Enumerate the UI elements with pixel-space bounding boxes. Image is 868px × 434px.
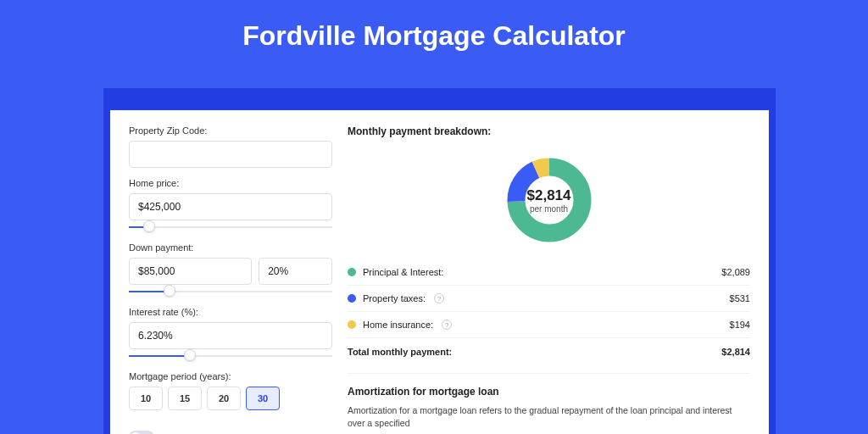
- breakdown-column: Monthly payment breakdown: $2,814 per mo…: [348, 125, 750, 434]
- interest-rate-label: Interest rate (%):: [129, 307, 332, 317]
- payment-donut-chart: $2,814 per month: [498, 149, 600, 251]
- period-button-30[interactable]: 30: [246, 387, 280, 410]
- legend-value: $194: [730, 320, 750, 330]
- home-price-label: Home price:: [129, 178, 332, 188]
- calculator-card: Property Zip Code: Home price: Down paym…: [110, 110, 769, 434]
- period-button-15[interactable]: 15: [168, 387, 202, 410]
- mortgage-period-group: 10152030: [129, 387, 332, 410]
- veteran-toggle[interactable]: [129, 431, 154, 434]
- amortization-text: Amortization for a mortgage loan refers …: [348, 404, 750, 430]
- legend-dot-icon: [348, 268, 356, 276]
- down-payment-input[interactable]: [129, 258, 252, 285]
- zip-label: Property Zip Code:: [129, 125, 332, 136]
- donut-sublabel: per month: [530, 204, 568, 214]
- legend-dot-icon: [348, 294, 356, 303]
- home-price-input[interactable]: [129, 193, 332, 220]
- form-column: Property Zip Code: Home price: Down paym…: [129, 125, 332, 434]
- mortgage-period-label: Mortgage period (years):: [129, 371, 332, 381]
- legend-row: Principal & Interest:$2,089: [348, 259, 750, 286]
- info-icon[interactable]: ?: [434, 293, 444, 303]
- zip-input[interactable]: [129, 141, 332, 168]
- home-price-slider[interactable]: [129, 224, 332, 232]
- interest-rate-input[interactable]: [129, 322, 332, 349]
- period-button-10[interactable]: 10: [129, 387, 163, 410]
- info-icon[interactable]: ?: [442, 320, 452, 330]
- legend-value: $2,089: [721, 267, 750, 277]
- interest-rate-slider[interactable]: [129, 353, 332, 361]
- page-title: Fordville Mortgage Calculator: [0, 0, 868, 69]
- legend-label: Home insurance:: [363, 320, 433, 330]
- legend-label: Property taxes:: [363, 293, 426, 303]
- legend-label: Principal & Interest:: [363, 267, 443, 277]
- total-value: $2,814: [721, 347, 750, 357]
- legend-row: Property taxes:?$531: [348, 286, 750, 312]
- down-payment-label: Down payment:: [129, 242, 332, 253]
- legend-row: Home insurance:?$194: [348, 312, 750, 338]
- legend-dot-icon: [348, 320, 356, 329]
- period-button-20[interactable]: 20: [207, 387, 241, 410]
- breakdown-title: Monthly payment breakdown:: [348, 125, 750, 137]
- down-payment-pct-input[interactable]: [259, 258, 332, 285]
- amortization-title: Amortization for mortgage loan: [348, 386, 750, 398]
- donut-amount: $2,814: [527, 187, 571, 204]
- total-label: Total monthly payment:: [348, 347, 452, 357]
- down-payment-slider[interactable]: [129, 288, 332, 297]
- legend-value: $531: [730, 293, 750, 303]
